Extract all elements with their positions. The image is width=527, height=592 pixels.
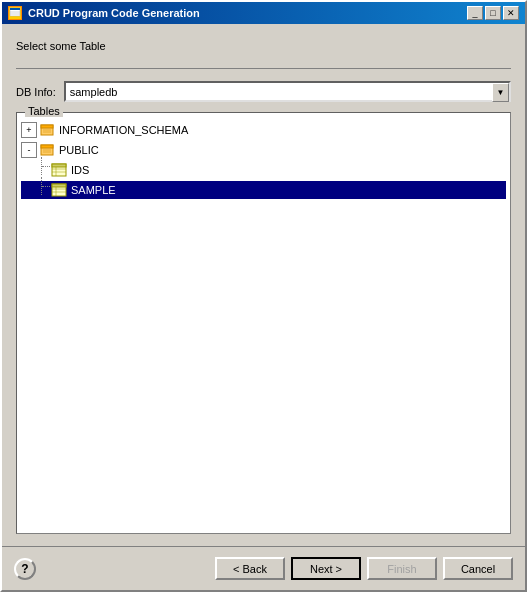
minimize-button[interactable]: _ (467, 6, 483, 20)
window-title: CRUD Program Code Generation (28, 7, 200, 19)
tree-row[interactable]: IDS (21, 161, 506, 179)
maximize-button[interactable]: □ (485, 6, 501, 20)
finish-button[interactable]: Finish (367, 557, 437, 580)
title-bar: CRUD Program Code Generation _ □ ✕ (2, 2, 525, 24)
table-icon-sample (51, 183, 67, 197)
node-label-information-schema[interactable]: INFORMATION_SCHEMA (57, 124, 190, 136)
expand-public[interactable]: - (21, 142, 37, 158)
next-button[interactable]: Next > (291, 557, 361, 580)
db-icon-information-schema (39, 123, 55, 137)
close-button[interactable]: ✕ (503, 6, 519, 20)
tree-row[interactable]: - PUBLIC (21, 141, 506, 159)
node-label-sample[interactable]: SAMPLE (69, 184, 118, 196)
db-icon-public (39, 143, 55, 157)
footer: ? < Back Next > Finish Cancel (2, 546, 525, 590)
expand-information-schema[interactable]: + (21, 122, 37, 138)
db-info-value: sampledb (70, 86, 505, 98)
tables-group-label: Tables (25, 105, 63, 117)
svg-rect-13 (52, 164, 66, 167)
tree-row[interactable]: + INFORMATION_SCHEMA (21, 121, 506, 139)
title-bar-left: CRUD Program Code Generation (8, 6, 200, 20)
table-icon-ids (51, 163, 67, 177)
combo-dropdown-arrow[interactable]: ▼ (492, 83, 509, 102)
cancel-button[interactable]: Cancel (443, 557, 513, 580)
instruction-text: Select some Table (16, 36, 511, 56)
separator (16, 68, 511, 69)
tables-group: Tables + INFORMATION_SCHEMA - (16, 112, 511, 534)
node-label-public[interactable]: PUBLIC (57, 144, 101, 156)
svg-rect-9 (41, 145, 53, 148)
footer-left: ? (14, 558, 36, 580)
tree-row[interactable]: SAMPLE (21, 181, 506, 199)
help-button[interactable]: ? (14, 558, 36, 580)
main-window: CRUD Program Code Generation _ □ ✕ Selec… (0, 0, 527, 592)
footer-right: < Back Next > Finish Cancel (215, 557, 513, 580)
db-info-label: DB Info: (16, 86, 56, 98)
db-info-row: DB Info: sampledb ▼ (16, 81, 511, 102)
back-button[interactable]: < Back (215, 557, 285, 580)
window-icon (8, 6, 22, 20)
db-info-combo[interactable]: sampledb ▼ (64, 81, 511, 102)
svg-rect-1 (10, 8, 20, 10)
svg-rect-5 (41, 125, 53, 128)
svg-rect-18 (52, 184, 66, 187)
tree-container[interactable]: + INFORMATION_SCHEMA - (17, 113, 510, 533)
title-buttons: _ □ ✕ (467, 6, 519, 20)
content-area: Select some Table DB Info: sampledb ▼ Ta… (2, 24, 525, 546)
node-label-ids[interactable]: IDS (69, 164, 91, 176)
